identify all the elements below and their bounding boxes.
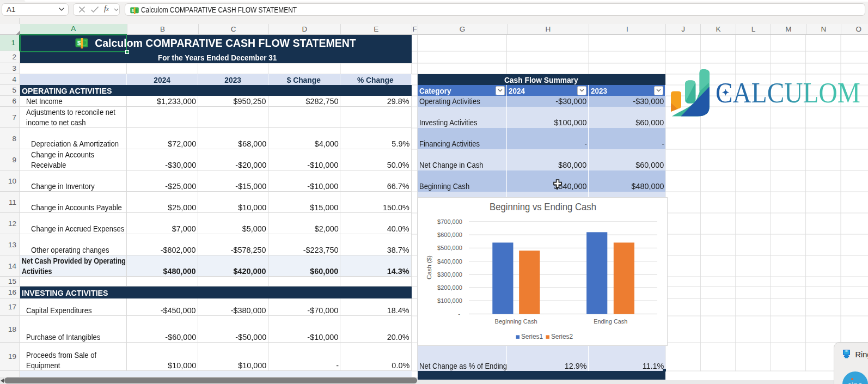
svg-text:Cash ($): Cash ($) bbox=[426, 255, 432, 279]
svg-text:$600,000: $600,000 bbox=[437, 231, 462, 238]
svg-text:$200,000: $200,000 bbox=[437, 284, 462, 291]
svg-text:Beginning Cash: Beginning Cash bbox=[495, 318, 537, 325]
svg-text:Series2: Series2 bbox=[551, 333, 573, 340]
svg-text:$700,000: $700,000 bbox=[437, 218, 462, 225]
svg-text:$100,000: $100,000 bbox=[437, 297, 462, 304]
svg-text:Series1: Series1 bbox=[521, 333, 543, 340]
svg-text:$500,000: $500,000 bbox=[437, 245, 462, 251]
svg-text:-: - bbox=[458, 310, 460, 317]
svg-text:$300,000: $300,000 bbox=[437, 271, 462, 278]
svg-text:$400,000: $400,000 bbox=[437, 258, 462, 265]
svg-text:Ending Cash: Ending Cash bbox=[594, 318, 627, 325]
svg-text:Beginning vs Ending Cash: Beginning vs Ending Cash bbox=[490, 202, 596, 212]
